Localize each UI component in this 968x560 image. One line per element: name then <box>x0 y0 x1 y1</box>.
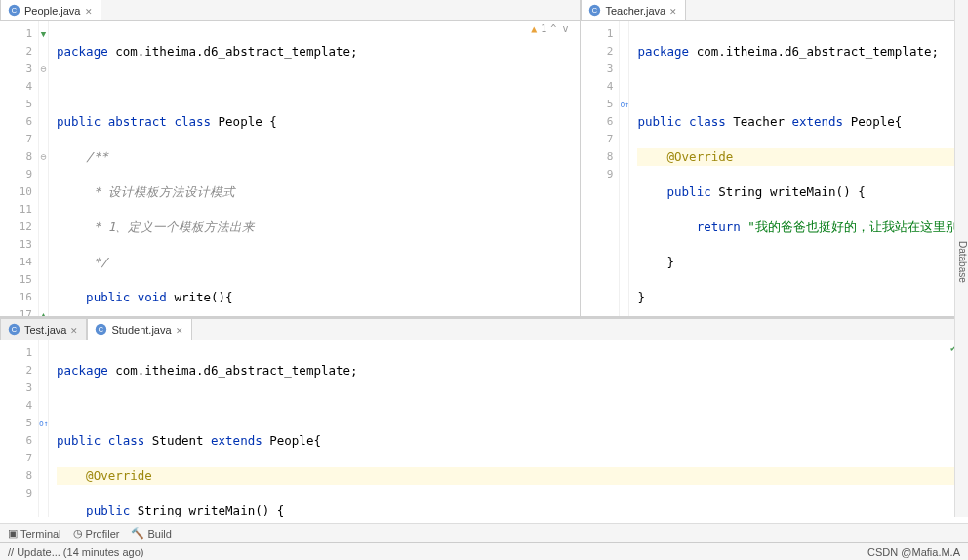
close-icon[interactable]: ✕ <box>669 7 677 15</box>
svg-text:C: C <box>592 6 597 15</box>
status-bar: // Update... (14 minutes ago) CSDN @Mafi… <box>0 542 968 560</box>
editor-bottom[interactable]: 123456789 o↑ package com.itheima.d6_abst… <box>0 340 968 517</box>
bottom-tabs: C Test.java ✕ C Student.java ✕ <box>0 319 968 340</box>
sidebar-database[interactable]: Database <box>954 0 968 517</box>
gutter-icons: o↑ <box>620 21 629 316</box>
tab-label: Test.java <box>24 324 66 336</box>
terminal-button[interactable]: ▣ Terminal <box>8 527 61 540</box>
gutter: 123456789 <box>581 21 620 316</box>
tab-label: Teacher.java <box>605 5 666 17</box>
tab-student[interactable]: C Student.java ✕ <box>87 318 191 340</box>
close-icon[interactable]: ✕ <box>85 7 93 15</box>
java-class-icon: C <box>7 4 20 18</box>
code-left[interactable]: package com.itheima.d6_abstract_template… <box>49 21 580 316</box>
gutter: 123456789 <box>0 340 39 517</box>
inspection-badge[interactable]: ▲1 ^ v <box>531 23 568 34</box>
tab-test[interactable]: C Test.java ✕ <box>0 318 87 340</box>
gutter-icons: ▼⊖⊖▲ <box>39 21 49 316</box>
svg-text:C: C <box>99 325 103 334</box>
svg-text:C: C <box>11 6 16 15</box>
close-icon[interactable]: ✕ <box>176 326 183 334</box>
profiler-button[interactable]: ◷ Profiler <box>73 527 120 540</box>
gutter-icons: o↑ <box>39 340 49 517</box>
svg-text:C: C <box>11 325 16 334</box>
tab-people[interactable]: C People.java ✕ <box>0 0 101 20</box>
build-button[interactable]: 🔨 Build <box>131 527 171 540</box>
editor-right[interactable]: 123456789 o↑ package com.itheima.d6_abst… <box>581 21 968 316</box>
status-watermark: CSDN @Mafia.M.A <box>867 546 960 558</box>
gutter: 1234567891011121314151617 <box>0 21 39 316</box>
code-bottom[interactable]: package com.itheima.d6_abstract_template… <box>49 340 968 517</box>
left-tabs: C People.java ✕ <box>0 0 580 21</box>
java-class-icon: C <box>7 323 20 337</box>
bottom-toolbar: ▣ Terminal ◷ Profiler 🔨 Build <box>0 523 968 542</box>
right-tabs: C Teacher.java ✕ <box>581 0 968 21</box>
java-class-icon: C <box>94 323 107 337</box>
editor-left[interactable]: 1234567891011121314151617 ▼⊖⊖▲ package c… <box>0 21 580 316</box>
code-right[interactable]: package com.itheima.d6_abstract_template… <box>629 21 968 316</box>
tab-label: Student.java <box>111 324 171 336</box>
java-class-icon: C <box>587 4 601 18</box>
tab-label: People.java <box>24 5 81 17</box>
close-icon[interactable]: ✕ <box>70 326 78 334</box>
tab-teacher[interactable]: C Teacher.java ✕ <box>581 0 686 20</box>
status-update: // Update... (14 minutes ago) <box>8 546 143 558</box>
